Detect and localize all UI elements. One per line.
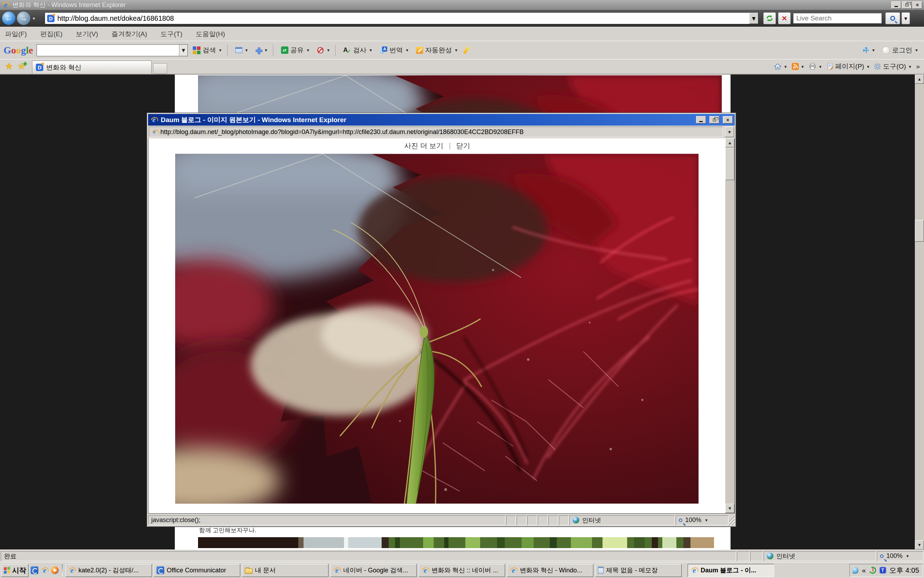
close-link[interactable]: 닫기 [456, 142, 470, 149]
restore-button[interactable] [902, 2, 912, 9]
google-search-box[interactable]: ▾ [37, 44, 188, 56]
page-photo-bottom-strip [198, 537, 714, 548]
start-button[interactable]: 시작 [1, 564, 29, 577]
history-dropdown[interactable] [32, 15, 35, 21]
task-kate[interactable]: ekate2.0(2) - 김성태/... [65, 564, 152, 577]
task-naver-google-search[interactable]: e네이버 - Google 검색... [330, 564, 417, 577]
translate-button[interactable]: 번역 [377, 44, 411, 56]
task-notepad[interactable]: 제목 없음 - 메모장 [595, 564, 682, 577]
tab-bar: ★ ★✚ D 변화와 혁신 페이지(P) 도구(O) [0, 59, 924, 75]
ie-icon: e [68, 567, 76, 574]
more-photos-link[interactable]: 사진 더 보기 [404, 142, 443, 149]
share-button[interactable]: ⇄ 공유 [278, 44, 312, 56]
quicklaunch-ie-icon[interactable]: e [41, 566, 49, 575]
popup-close-button[interactable]: × [723, 116, 733, 123]
popup-zoom-control[interactable]: 100% [676, 515, 728, 525]
autofill-icon [416, 47, 423, 54]
toolbar-settings-button[interactable]: ⚒ [860, 45, 877, 56]
live-search-input[interactable] [794, 13, 882, 23]
popup-minimize-button[interactable] [696, 116, 706, 123]
refresh-button[interactable] [763, 12, 776, 24]
link-divider: | [449, 142, 451, 149]
task-my-documents[interactable]: 내 문서 [242, 564, 329, 577]
popup-address-bar: e http://blog.daum.net/_blog/photoImage.… [148, 126, 735, 138]
popup-address-dropdown[interactable]: ▾ [725, 127, 734, 137]
page-icon [827, 63, 833, 70]
resize-grip[interactable] [729, 515, 735, 525]
scroll-up-button[interactable]: ▲ [915, 75, 924, 84]
back-button[interactable]: ← [2, 11, 15, 25]
menu-help[interactable]: 도움말(H) [196, 29, 225, 39]
tab-active[interactable]: D 변화와 혁신 [32, 60, 152, 74]
daum-favicon: D [36, 64, 43, 71]
popup-address-field[interactable]: e http://blog.daum.net/_blog/photoImage.… [149, 127, 723, 137]
restore-icon [905, 3, 909, 6]
popup-maximize-button[interactable] [710, 116, 719, 123]
autofill-button[interactable]: 자동완성 [413, 44, 460, 56]
quicklaunch-communicator-icon[interactable] [30, 566, 39, 575]
add-button[interactable] [253, 46, 270, 55]
address-dropdown[interactable]: ▾ [749, 13, 758, 24]
home-button[interactable] [772, 62, 788, 71]
tray-balloon-icon[interactable] [853, 567, 859, 574]
google-g-icon [193, 46, 201, 54]
browser-viewport: ? [0, 75, 924, 549]
spellcheck-button[interactable]: A 검사 [340, 44, 375, 56]
highlighter-icon [463, 46, 470, 54]
menu-tools[interactable]: 도구(T) [160, 29, 182, 39]
tray-t-icon[interactable]: T [879, 567, 887, 574]
more-commands-button[interactable]: » [914, 62, 921, 71]
task-office-communicator[interactable]: Office Communicator [154, 564, 240, 577]
ie-icon: e [691, 567, 698, 574]
printer-icon [809, 63, 816, 70]
photo-links: 사진 더 보기 | 닫기 [148, 141, 726, 151]
ie-icon: e [510, 567, 517, 574]
add-favorite-button[interactable]: ★✚ [17, 61, 27, 72]
highlight-button[interactable] [462, 45, 471, 55]
tab-label: 변화와 혁신 [46, 63, 81, 72]
task-change-innovation-naver[interactable]: e변화와 혁신 :: 네이버 ... [418, 564, 505, 577]
tray-sync-icon[interactable] [868, 566, 877, 575]
popup-statusbar: javascript:close(); 인터넷 100% [148, 514, 735, 526]
favorites-center-button[interactable]: ★ [5, 61, 13, 72]
photo-katydid-on-red-maple-leaf: ? [175, 154, 699, 504]
stop-button[interactable]: × [778, 12, 791, 24]
forward-button[interactable]: → [17, 11, 30, 25]
tools-menu-button[interactable]: 도구(O) [873, 61, 913, 72]
scroll-thumb[interactable] [915, 220, 924, 242]
task-change-innovation-windows[interactable]: e변화와 혁신 - Windo... [507, 564, 593, 577]
print-button[interactable] [807, 62, 823, 71]
zoom-control[interactable]: 100% [877, 551, 923, 561]
popup-blocker-icon [317, 47, 324, 54]
popup-scrollbar[interactable]: ▲ ▼ [725, 138, 734, 513]
address-bar[interactable]: D http://blog.daum.net/dokea/16861808 ▾ [45, 12, 759, 24]
menu-edit[interactable]: 편집(E) [40, 29, 62, 39]
popup-blocker-button[interactable] [314, 45, 332, 55]
google-search-dropdown[interactable]: ▾ [179, 45, 188, 56]
page-menu-button[interactable]: 페이지(P) [825, 61, 871, 72]
google-search-button[interactable]: 검색 [190, 44, 224, 56]
scroll-down-button[interactable]: ▼ [915, 541, 924, 549]
popup-scroll-up-button[interactable]: ▲ [725, 138, 734, 148]
minimize-button[interactable] [891, 2, 901, 9]
close-button[interactable]: × [913, 2, 922, 9]
bookmarks-button[interactable] [232, 46, 251, 55]
menu-favorites[interactable]: 즐겨찾기(A) [112, 29, 147, 39]
main-scrollbar[interactable]: ▲ ▼ [915, 75, 924, 549]
task-daum-blog-active[interactable]: eDaum 블로그 - 이... [687, 564, 774, 577]
menu-bar: 파일(F) 편집(E) 보기(V) 즐겨찾기(A) 도구(T) 도움말(H) [0, 27, 924, 41]
popup-scroll-down-button[interactable]: ▼ [725, 504, 734, 513]
search-go-button[interactable] [885, 12, 900, 24]
live-search-box[interactable] [793, 13, 882, 24]
translate-icon [379, 46, 387, 54]
menu-file[interactable]: 파일(F) [5, 29, 27, 39]
feeds-button[interactable] [790, 62, 806, 71]
search-options-dropdown[interactable]: ▾ [901, 12, 910, 24]
menu-view[interactable]: 보기(V) [76, 29, 98, 39]
quicklaunch-media-player-icon[interactable] [51, 566, 59, 575]
popup-scroll-thumb[interactable] [725, 148, 734, 180]
tray-collapse-button[interactable]: « [862, 567, 866, 575]
google-search-input[interactable] [37, 45, 179, 56]
login-button[interactable]: 로그인 [879, 44, 921, 56]
new-tab-button[interactable] [153, 63, 167, 74]
